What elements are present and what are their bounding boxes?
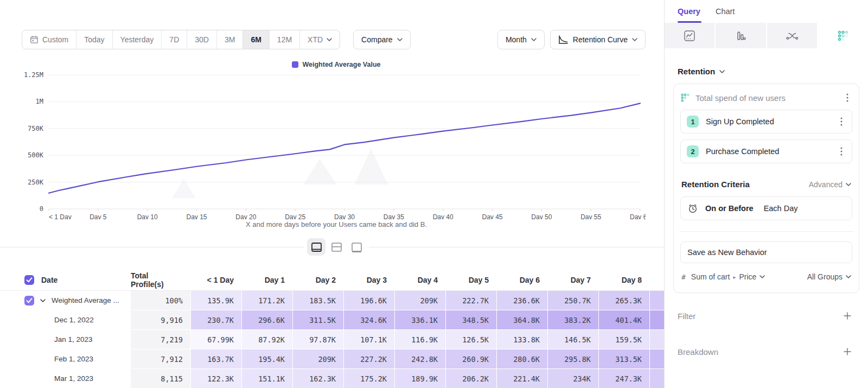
retention-value-cell[interactable]: 206.2K <box>446 369 496 388</box>
retention-value-cell[interactable]: 247.3K <box>599 369 649 388</box>
range-12m[interactable]: 12M <box>270 30 300 49</box>
retention-value-cell[interactable]: 133.8K <box>497 330 547 349</box>
range-3m[interactable]: 3M <box>217 30 243 49</box>
retention-value-cell[interactable]: 234K <box>548 369 598 388</box>
kebab-menu-icon[interactable] <box>837 145 846 157</box>
column-header-day-8: Day 8 <box>599 270 649 290</box>
table-row-label[interactable]: Feb 1, 2023 <box>0 349 130 368</box>
retention-condition-row[interactable]: On or Before Each Day <box>680 196 852 220</box>
table-row-label[interactable]: Jan 1, 2023 <box>0 330 130 349</box>
legend-swatch <box>292 61 298 68</box>
retention-value-cell[interactable]: 97.87K <box>293 330 343 349</box>
kebab-menu-icon[interactable] <box>843 92 852 104</box>
add-breakdown-button[interactable] <box>842 346 853 357</box>
tab-query[interactable]: Query <box>678 7 700 23</box>
retention-value-cell[interactable]: 209K <box>293 349 343 368</box>
expand-chevron-icon[interactable] <box>40 299 46 302</box>
add-filter-button[interactable] <box>842 310 853 321</box>
column-header-day-6: Day 6 <box>497 270 547 290</box>
retention-value-cell[interactable]: 324.6K <box>344 310 394 329</box>
funnels-tab[interactable] <box>716 23 765 48</box>
range-7d[interactable]: 7D <box>162 30 187 49</box>
range-today[interactable]: Today <box>76 30 112 49</box>
retention-value-cell[interactable]: 348.5K <box>446 310 496 329</box>
layout-toggle-table-view[interactable] <box>347 238 366 256</box>
retention-value-cell[interactable]: 221.4K <box>497 369 547 388</box>
all-groups-dropdown[interactable]: All Groups <box>807 272 851 281</box>
measure-property-dropdown[interactable]: Sum of cart ▸ Price <box>691 272 802 281</box>
retention-value-cell[interactable]: 175.2K <box>344 369 394 388</box>
table-row-label[interactable]: Weighted Average ... <box>0 291 130 310</box>
retention-value-cell[interactable]: 159.5K <box>599 330 649 349</box>
table-row-label[interactable]: Dec 1, 2022 <box>0 310 130 329</box>
retention-value-cell[interactable]: 242.8K <box>395 349 445 368</box>
range-xtd[interactable]: XTD <box>300 30 340 49</box>
retention-value-cell[interactable]: 336.1K <box>395 310 445 329</box>
retention-value-cell[interactable]: 313.5K <box>599 349 649 368</box>
retention-value-cell[interactable]: 265.3K <box>599 291 649 310</box>
retention-value-cell[interactable]: 116.9K <box>395 330 445 349</box>
range-6m[interactable]: 6M <box>243 30 269 49</box>
retention-value-cell[interactable]: 189.9K <box>395 369 445 388</box>
y-axis-tick-label: 1.25M <box>24 71 43 79</box>
retention-value-cell[interactable]: 230.7K <box>191 310 241 329</box>
retention-line-series[interactable] <box>49 103 640 193</box>
retention-value-cell[interactable]: 171.2K <box>242 291 292 310</box>
retention-value-cell[interactable]: 401.4K <box>599 310 649 329</box>
layout-toggle-chart-view[interactable] <box>327 238 346 256</box>
range-custom[interactable]: Custom <box>22 30 76 49</box>
retention-dots-icon <box>680 93 690 103</box>
retention-value-cell[interactable]: 122.3K <box>191 369 241 388</box>
retention-value-cell[interactable]: 280.6K <box>497 349 547 368</box>
tab-chart[interactable]: Chart <box>716 7 735 23</box>
retention-value-cell[interactable]: 222.7K <box>446 291 496 310</box>
row-checkbox[interactable] <box>24 296 34 306</box>
layout-toggle-split-view[interactable] <box>307 238 326 256</box>
retention-value-cell[interactable]: 135.9K <box>191 291 241 310</box>
alarm-clock-icon <box>687 203 698 214</box>
retention-value-cell[interactable]: 364.8K <box>497 310 547 329</box>
retention-value-cell[interactable]: 151.1K <box>242 369 292 388</box>
retention-curve-chart[interactable]: 0250K500K750K1M1.25M< 1 DayDay 5Day 10Da… <box>16 68 646 219</box>
save-as-new-behavior-button[interactable]: Save as New Behavior <box>680 241 852 263</box>
retention-report-app: CustomTodayYesterday7D30D3M6M12MXTD Comp… <box>0 0 868 388</box>
behavior-step-sign-up-completed[interactable]: 1Sign Up Completed <box>680 110 852 133</box>
retention-value-cell[interactable]: 126.5K <box>446 330 496 349</box>
retention-value-cell[interactable]: 250.7K <box>548 291 598 310</box>
compare-button[interactable]: Compare <box>353 30 411 49</box>
range-30d[interactable]: 30D <box>187 30 217 49</box>
range-yesterday[interactable]: Yesterday <box>113 30 162 49</box>
retention-value-cell[interactable]: 296.6K <box>242 310 292 329</box>
select-all-checkbox[interactable] <box>24 275 34 285</box>
insights-tab[interactable] <box>665 23 714 48</box>
retention-value-cell[interactable]: 162.3K <box>293 369 343 388</box>
line-chart-icon <box>684 30 695 42</box>
chart-type-button[interactable]: Retention Curve <box>550 30 646 49</box>
retention-value-cell[interactable]: 209K <box>395 291 445 310</box>
retention-tab[interactable] <box>818 23 868 48</box>
table-row-label[interactable]: Mar 1, 2023 <box>0 369 130 388</box>
retention-value-cell[interactable]: 195.4K <box>242 349 292 368</box>
retention-value-cell[interactable]: 311.5K <box>293 310 343 329</box>
retention-value-cell[interactable]: 87.92K <box>242 330 292 349</box>
retention-value-cell[interactable]: 163.7K <box>191 349 241 368</box>
retention-value-cell[interactable]: 383.2K <box>548 310 598 329</box>
retention-value-cell[interactable]: 227.2K <box>344 349 394 368</box>
kebab-menu-icon[interactable] <box>837 116 846 128</box>
retention-value-cell[interactable]: 183.5K <box>293 291 343 310</box>
filter-label: Filter <box>678 311 842 321</box>
advanced-dropdown[interactable]: Advanced <box>809 180 851 189</box>
behavior-step-purchase-completed[interactable]: 2Purchase Completed <box>680 139 852 163</box>
column-header-date: Date <box>0 270 130 290</box>
flows-tab[interactable] <box>767 23 817 48</box>
retention-value-cell[interactable]: 295.8K <box>548 349 598 368</box>
retention-value-cell[interactable]: 196.6K <box>344 291 394 310</box>
retention-value-cell[interactable]: 67.99K <box>191 330 241 349</box>
retention-value-cell[interactable]: 146.5K <box>548 330 598 349</box>
report-section-selector[interactable]: Retention <box>678 67 868 76</box>
row-label-text: Dec 1, 2022 <box>54 316 94 324</box>
retention-value-cell[interactable]: 107.1K <box>344 330 394 349</box>
retention-value-cell[interactable]: 236.6K <box>497 291 547 310</box>
granularity-button[interactable]: Month <box>497 30 545 49</box>
retention-value-cell[interactable]: 260.9K <box>446 349 496 368</box>
